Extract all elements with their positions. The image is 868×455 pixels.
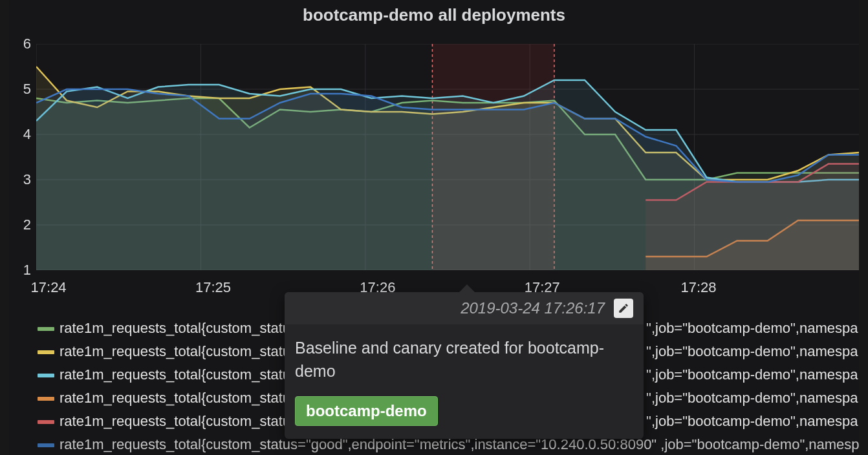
legend-label-suffix: ,job="bootcamp-demo",namespa bbox=[656, 436, 859, 452]
legend-swatch bbox=[38, 327, 54, 331]
y-tick: 5 bbox=[23, 81, 31, 98]
legend-label-suffix: ",job="bootcamp-demo",namespa bbox=[646, 386, 858, 410]
legend-label: rate1m_requests_total{custom_statu bbox=[60, 320, 290, 336]
annotation-message: Baseline and canary created for bootcamp… bbox=[295, 336, 633, 383]
legend-label: rate1m_requests_total{custom_statu bbox=[60, 366, 290, 383]
annotation-tag[interactable]: bootcamp-demo bbox=[295, 396, 438, 426]
legend-swatch bbox=[38, 350, 54, 354]
y-tick: 3 bbox=[23, 171, 31, 188]
y-tick: 4 bbox=[23, 126, 31, 143]
legend-swatch bbox=[38, 420, 54, 424]
legend-label-suffix: ",job="bootcamp-demo",namespa bbox=[646, 410, 858, 433]
annotation-timestamp: 2019-03-24 17:26:17 bbox=[461, 299, 605, 317]
y-axis: 1 2 3 4 5 6 bbox=[13, 44, 35, 270]
tooltip-arrow bbox=[459, 284, 475, 292]
tooltip-body: Baseline and canary created for bootcamp… bbox=[285, 324, 644, 439]
pencil-icon bbox=[618, 302, 629, 314]
y-tick: 6 bbox=[23, 36, 31, 52]
tooltip-header: 2019-03-24 17:26:17 bbox=[285, 292, 644, 324]
legend-label-suffix: ",job="bootcamp-demo",namespa bbox=[646, 363, 858, 386]
y-tick: 2 bbox=[23, 217, 31, 233]
legend-label: rate1m_requests_total{custom_statu bbox=[60, 343, 290, 359]
legend-label-suffix: ",job="bootcamp-demo",namespa bbox=[646, 340, 858, 363]
x-tick: 17:24 bbox=[31, 279, 67, 296]
x-tick: 17:25 bbox=[195, 279, 231, 296]
legend-swatch bbox=[38, 443, 54, 447]
y-tick: 1 bbox=[23, 262, 31, 279]
chart-area[interactable] bbox=[36, 44, 859, 270]
legend-label: rate1m_requests_total{custom_statu bbox=[60, 413, 290, 429]
legend-label: rate1m_requests_total{custom_statu bbox=[60, 390, 290, 406]
edit-annotation-button[interactable] bbox=[614, 299, 633, 318]
annotation-tooltip: 2019-03-24 17:26:17 Baseline and canary … bbox=[285, 292, 644, 439]
legend-swatch bbox=[38, 374, 54, 377]
legend-label-suffix: ",job="bootcamp-demo",namespa bbox=[646, 317, 858, 340]
legend-swatch bbox=[38, 397, 54, 401]
x-tick: 17:28 bbox=[680, 279, 716, 296]
legend-label: rate1m_requests_total{custom_status="goo… bbox=[60, 436, 656, 452]
panel-title: bootcamp-demo all deployments bbox=[9, 0, 859, 25]
